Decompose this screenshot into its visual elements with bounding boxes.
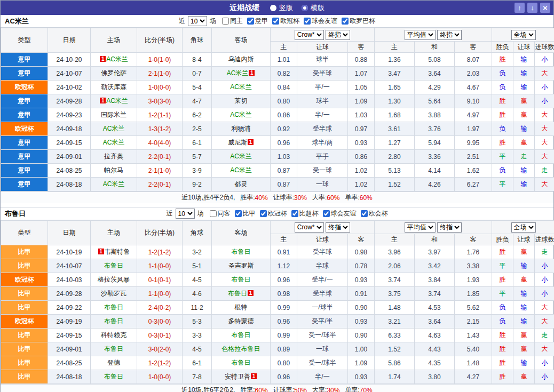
avg-select[interactable]: 平均值	[405, 30, 436, 40]
corners-cell: 8-4	[183, 53, 212, 67]
team-name-text[interactable]: AC米兰	[106, 97, 128, 105]
move-down-button[interactable]: ↓	[527, 3, 537, 13]
team-name-text[interactable]: 威尼斯	[228, 139, 247, 146]
avg-stage-select[interactable]: 终指	[437, 222, 462, 233]
odds-away: 0.78	[348, 259, 375, 273]
team-name-text[interactable]: AC米兰	[103, 180, 125, 188]
avg-select[interactable]: 平均值	[405, 222, 436, 233]
checkbox-input[interactable]	[235, 210, 242, 217]
checkbox-input[interactable]	[323, 210, 330, 217]
team-name-text[interactable]: 科特赖克	[101, 331, 126, 339]
checkbox-input[interactable]	[291, 210, 298, 217]
filter-checkbox-同客[interactable]: 同客	[210, 209, 231, 218]
full-match-select[interactable]: 全场	[511, 222, 536, 233]
team-name-text[interactable]: 勒沃库森	[101, 83, 126, 91]
team-name-text[interactable]: AC米兰	[230, 166, 252, 174]
checkbox-input[interactable]	[361, 210, 368, 217]
odds-source-select[interactable]: Crow*	[295, 30, 324, 40]
team-name-text[interactable]: 登德	[107, 359, 120, 366]
checkbox-input[interactable]	[342, 18, 349, 25]
avg-stage-select[interactable]: 终指	[437, 30, 462, 40]
team-name-text[interactable]: 布鲁日	[232, 248, 251, 255]
team-name-text[interactable]: 根特	[235, 303, 248, 311]
team-name-text[interactable]: 多特蒙德	[228, 317, 254, 325]
match-row: 意甲 24-10-07 佛罗伦萨 2-1(1-0) 0-7 AC米兰1 0.82…	[1, 67, 554, 81]
away-team-cell: 安特卫普1	[212, 370, 271, 384]
score-cell: 0-1(0-1)	[137, 273, 183, 287]
team-name-text[interactable]: 帕尔马	[104, 166, 123, 174]
team-name-text[interactable]: 布鲁日	[228, 290, 247, 297]
checkbox-input[interactable]	[304, 18, 311, 25]
odds-home: 0.89	[271, 342, 297, 356]
recent-label: 近	[167, 209, 173, 218]
team-name-text[interactable]: 沙勒罗瓦	[101, 290, 126, 297]
radio-horizontal-layout[interactable]: 横版	[302, 3, 325, 13]
team-name-text[interactable]: AC米兰	[106, 55, 128, 63]
checkbox-input[interactable]	[247, 18, 254, 25]
filter-checkbox-比甲[interactable]: 比甲	[235, 209, 256, 218]
recent-count-select[interactable]: 10	[176, 209, 195, 219]
summary-stat-label: 胜率:	[240, 193, 255, 202]
result-goals: 大	[535, 136, 554, 150]
filter-checkbox-意甲[interactable]: 意甲	[247, 17, 268, 26]
team-name-text[interactable]: 布鲁日	[232, 331, 251, 339]
odds-stage-select[interactable]: 终指	[326, 30, 350, 40]
team-name-text[interactable]: 佛罗伦萨	[101, 69, 126, 77]
team-name-text[interactable]: 色格拉布鲁日	[222, 345, 260, 353]
team-name-text[interactable]: 拉齐奥	[104, 153, 123, 160]
filter-checkbox-欧冠杯[interactable]: 欧冠杯	[272, 17, 299, 26]
odds-group-header: Crow* 终指	[271, 28, 375, 42]
team-name-text[interactable]: 布鲁日	[104, 345, 123, 353]
filter-checkbox-欧罗巴杯[interactable]: 欧罗巴杯	[342, 17, 375, 26]
team-name-text[interactable]: 都灵	[235, 180, 248, 188]
result-goals: 大	[535, 342, 554, 356]
full-match-select[interactable]: 全场	[511, 30, 536, 40]
match-date: 24-09-01	[48, 342, 91, 356]
checkbox-input[interactable]	[222, 18, 229, 25]
match-date: 24-10-07	[48, 67, 91, 81]
team-name-text[interactable]: 布鲁日	[104, 373, 123, 380]
result-goals: 大	[535, 150, 554, 164]
recent-count-select[interactable]: 10	[188, 16, 207, 26]
avg-home: 3.75	[375, 287, 415, 301]
score-cell: 2-2(0-1)	[137, 150, 183, 164]
team-name-text[interactable]: 安特卫普	[225, 373, 250, 380]
team-name-text[interactable]: AC米兰	[103, 139, 125, 146]
team-name-text[interactable]: 利物浦	[232, 125, 251, 132]
team-name-text[interactable]: AC米兰	[227, 69, 249, 77]
team-name-text[interactable]: 布鲁日	[232, 276, 251, 283]
team-name-text[interactable]: 韦斯特鲁	[105, 248, 130, 255]
checkbox-input[interactable]	[260, 210, 267, 217]
filter-checkbox-球会友谊[interactable]: 球会友谊	[323, 209, 357, 218]
team-name-text[interactable]: 布鲁日	[104, 303, 123, 311]
checkbox-input[interactable]	[210, 210, 217, 217]
team-name-text[interactable]: 布鲁日	[232, 359, 251, 366]
team-name-text[interactable]: AC米兰	[230, 153, 252, 160]
move-up-button[interactable]: ↑	[515, 3, 525, 13]
team-name-text[interactable]: 布鲁日	[104, 317, 123, 325]
filter-checkbox-同主[interactable]: 同主	[222, 17, 243, 26]
odds-stage-select[interactable]: 终指	[326, 222, 350, 233]
team-name-text[interactable]: AC米兰	[230, 83, 252, 91]
team-name-text[interactable]: AC米兰	[103, 125, 125, 132]
close-button[interactable]: ×	[540, 3, 550, 13]
checkbox-label: 同客	[218, 209, 231, 218]
checkbox-input[interactable]	[272, 18, 279, 25]
filter-checkbox-比超杯[interactable]: 比超杯	[291, 209, 319, 218]
match-date: 24-10-03	[48, 273, 91, 287]
team-name-text[interactable]: AC米兰	[230, 111, 252, 118]
team-name-text[interactable]: 圣吉罗斯	[228, 262, 254, 269]
team-name-text[interactable]: 格拉茨风暴	[98, 276, 130, 283]
radio-vertical-layout[interactable]: 竖版	[270, 3, 293, 13]
team-name-text[interactable]: 国际米兰	[101, 111, 126, 118]
team-name-text[interactable]: 布鲁日	[104, 262, 123, 269]
odds-source-select[interactable]: Crow*	[295, 222, 324, 233]
avg-group-header: 平均值 终指	[375, 28, 492, 42]
filter-checkbox-球会友谊[interactable]: 球会友谊	[304, 17, 337, 26]
avg-away: 1.76	[455, 245, 492, 259]
radio-vertical-icon	[270, 5, 276, 11]
filter-checkbox-欧会杯[interactable]: 欧会杯	[361, 209, 388, 218]
team-name-text[interactable]: 莱切	[235, 97, 248, 105]
team-name-text[interactable]: 乌迪内斯	[228, 55, 254, 63]
filter-checkbox-欧冠杯[interactable]: 欧冠杯	[260, 209, 287, 218]
